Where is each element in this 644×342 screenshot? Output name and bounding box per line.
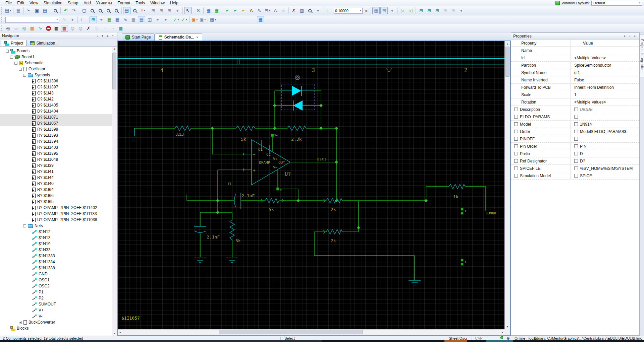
tree-item[interactable]: C? $1I43 (0, 90, 112, 96)
databook-view-button[interactable]: ▦ (106, 16, 113, 23)
menu-file[interactable]: File (3, 0, 14, 6)
window-layouts-select[interactable]: Default ▾ (591, 1, 642, 6)
zoom-out-button[interactable] (97, 7, 104, 14)
value-checkbox[interactable] (574, 144, 578, 148)
value-checkbox[interactable] (574, 130, 578, 133)
property-checkbox[interactable] (514, 122, 518, 126)
navigator-view-button[interactable]: ⊞ (90, 16, 97, 23)
expand-toggle-icon[interactable]: - (19, 68, 22, 71)
value-checkbox[interactable] (574, 137, 578, 141)
tree-item[interactable]: P2 (0, 295, 112, 301)
tree-item[interactable]: OSC2 (0, 283, 112, 289)
property-checkbox[interactable] (514, 137, 518, 141)
expand-toggle-icon[interactable]: - (10, 56, 13, 59)
link-down-button[interactable]: ⊞ (158, 7, 165, 14)
settings-sim-button[interactable]: ▣▾ (191, 16, 198, 23)
tree-item[interactable]: D? $1I1404 (0, 108, 112, 114)
align-top-button[interactable]: ⊞ (417, 7, 425, 14)
meter-2-button[interactable]: ◑ (109, 25, 116, 32)
tree-item[interactable]: -Boards (0, 48, 112, 54)
tree-item[interactable]: R? $1I41 (0, 168, 112, 175)
tab-simulation[interactable]: Simulation (26, 40, 58, 46)
probe-current-button[interactable]: ◎ (77, 25, 84, 32)
find-button[interactable] (52, 7, 59, 14)
property-row[interactable]: SPICEFILE%SV_HOME%\SIM\SYSTEM (511, 165, 639, 172)
tree-item[interactable]: R? $1I1395 (0, 150, 112, 156)
unprobe-button[interactable]: ✗ (85, 25, 92, 32)
value-checkbox[interactable] (574, 108, 578, 111)
property-value-cell[interactable]: <Multiple Values> (571, 100, 639, 105)
scroll-thumb[interactable] (112, 53, 116, 89)
tree-item[interactable]: $1N1388 (0, 265, 112, 271)
value-checkbox[interactable] (574, 159, 578, 163)
property-value-cell[interactable]: 1N914 (571, 122, 639, 127)
property-row[interactable]: Model1N914 (511, 121, 639, 128)
tree-item[interactable]: $1N12 (0, 229, 112, 235)
menu-simulation[interactable]: Simulation (41, 0, 65, 6)
chip-blue-button[interactable]: ▦ (205, 7, 212, 14)
add-net-any-button[interactable]: ⌐ (239, 7, 247, 14)
property-value-cell[interactable]: d.1 (571, 70, 639, 75)
tree-item[interactable]: U? OPAMP_7PIN_2OFF $1I1402 (0, 205, 112, 211)
scroll-up-icon[interactable]: ▴ (507, 42, 508, 45)
tree-item[interactable]: R? $1I1403 (0, 144, 112, 150)
tree-item[interactable]: -Schematic (0, 60, 112, 66)
menu-view[interactable]: View (27, 0, 41, 6)
verify-button[interactable]: ✓▾ (172, 16, 180, 23)
tree-item[interactable]: $1N33 (0, 247, 112, 253)
chart-view-button[interactable]: ▦ (117, 25, 124, 32)
align-middle-button[interactable]: ⊞ (425, 7, 433, 14)
chevron-down-icon[interactable]: ▾ (622, 35, 627, 38)
tree-item[interactable]: +BuckConverter (0, 319, 112, 325)
property-row[interactable]: Scale1 (511, 91, 639, 98)
tree-item[interactable]: U? OPAMP_7PIN_2OFF $1I1038 (0, 217, 112, 223)
tree-item[interactable]: $1N19 (0, 241, 112, 247)
diode-pair[interactable] (292, 86, 303, 111)
split-view-button[interactable]: ◫ (146, 16, 153, 23)
chip-green-button[interactable]: ▦ (213, 7, 220, 14)
properties-dialog-button[interactable]: ▤ (123, 7, 130, 14)
tree-item[interactable]: R? $1I1048 (0, 156, 112, 162)
help-icon[interactable]: ? (95, 34, 100, 38)
value-checkbox[interactable] (574, 115, 578, 119)
select-mode-button[interactable]: ↖ (184, 7, 192, 14)
inspect-button[interactable]: ∞ (12, 25, 20, 32)
property-value-cell[interactable] (571, 137, 639, 141)
tree-item[interactable]: R? $1I1398 (0, 126, 112, 132)
tree-item[interactable]: R? $1I39 (0, 162, 112, 168)
value-checkbox[interactable] (574, 174, 578, 178)
tree-item[interactable]: -Oscillator (0, 66, 112, 72)
tree-item[interactable]: SUMOUT (0, 301, 112, 307)
menu-tools[interactable]: Tools (133, 0, 148, 6)
tree-item[interactable]: D? $1I1405 (0, 102, 112, 108)
doc-find-button[interactable] (131, 7, 139, 14)
snap-grid-button[interactable]: ∟ (325, 7, 332, 14)
add-net-ortho-button[interactable]: ⌐ (231, 7, 239, 14)
property-checkbox[interactable] (514, 174, 518, 178)
tab-start-page[interactable]: Start Page (122, 33, 155, 41)
property-row[interactable]: Pin OrderP N (511, 143, 639, 150)
probe-pin-button[interactable]: ◎ (20, 25, 28, 32)
property-row[interactable]: PINOFF (511, 135, 639, 143)
probe-voltage-button[interactable]: ◎ (69, 25, 76, 32)
chevron-down-icon[interactable]: ▾ (100, 34, 105, 38)
find-part-button[interactable] (306, 7, 314, 14)
menu-edit[interactable]: Edit (14, 0, 27, 6)
tree-item[interactable]: -Board1 (0, 54, 112, 60)
menu-add[interactable]: Add (81, 0, 93, 6)
close-icon[interactable]: × (110, 34, 115, 38)
property-row[interactable]: Forward To PCBInherit From Definition (511, 84, 639, 91)
undo-button[interactable]: ↶ (62, 7, 69, 14)
value-checkbox[interactable] (574, 122, 578, 126)
scroll-down-icon[interactable]: ▾ (114, 332, 115, 335)
cut-button[interactable]: ✂ (25, 7, 33, 14)
menu-window[interactable]: Window (148, 0, 167, 6)
grid-snap-button[interactable]: ⊞ (380, 7, 388, 14)
scroll-left-icon[interactable]: ◂ (119, 331, 121, 334)
menu-help[interactable]: Help (167, 0, 181, 6)
property-row[interactable]: PartitionSpiceSemiconductor (511, 62, 639, 69)
pin-icon[interactable]: ⊥ (105, 34, 110, 38)
property-row[interactable]: Symbol Named.1 (511, 69, 639, 76)
delete-button[interactable]: ✗ (290, 7, 298, 14)
output-view-button[interactable]: ▤ (138, 16, 145, 23)
